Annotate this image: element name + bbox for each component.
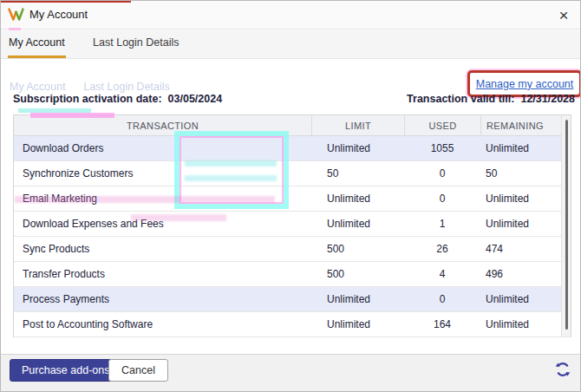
column-header[interactable]: USED [404,115,480,135]
table-scrollbar-track[interactable] [561,115,571,336]
cell-limit: Unlimited [311,287,404,311]
table-row: Process PaymentsUnlimited0Unlimited [14,287,571,312]
column-header[interactable]: REMAINING [480,115,561,135]
cell-limit: 50 [311,161,404,186]
cancel-button[interactable]: Cancel [108,359,168,382]
cell-used: 0 [404,287,480,311]
cell-remaining: 496 [480,262,561,286]
cell-transaction: Download Expenses and Fees [14,212,311,236]
footer-bar: Purchase add-ons Cancel [1,354,580,391]
close-icon[interactable]: × [552,4,575,27]
cell-limit: 500 [311,262,404,286]
cell-remaining: Unlimited [480,287,561,311]
table-row: Sync Products50026474 [14,237,571,262]
cell-limit: Unlimited [311,212,404,236]
table-row: Synchronize Customers50050 [14,161,571,186]
cell-limit: Unlimited [311,136,404,160]
cell-transaction: Process Payments [14,287,311,311]
cell-used: 1 [404,212,480,236]
table-row: Download OrdersUnlimited1055Unlimited [14,136,571,161]
cell-remaining: Unlimited [480,136,561,160]
cell-used: 0 [404,186,480,211]
cell-transaction: Transfer Products [14,262,311,286]
cell-used: 164 [404,312,480,336]
subscription-info-line: Subscription activation date: 03/05/2024… [13,93,575,105]
cell-transaction: Post to Accounting Software [14,312,311,336]
table-header-row: TRANSACTIONLIMITUSEDREMAINING [14,115,571,136]
my-account-dialog: My Account × My Account Last Login Detai… [0,0,581,392]
refresh-icon[interactable] [555,362,571,377]
column-header[interactable]: LIMIT [311,115,404,135]
cell-transaction: Download Orders [14,136,311,160]
purchase-addons-button[interactable]: Purchase add-ons [10,359,121,382]
cell-transaction: Sync Products [14,237,311,261]
cell-used: 1055 [404,136,480,160]
annotation-top-line [1,1,131,3]
tab-my-account[interactable]: My Account [8,30,66,58]
tab-last-login-details[interactable]: Last Login Details [92,30,180,58]
app-logo-icon [8,7,24,23]
title-bar: My Account × [1,1,580,29]
cell-limit: Unlimited [311,186,404,211]
cell-remaining: 474 [480,237,561,261]
table-scrollbar-thumb[interactable] [565,120,568,330]
window-title: My Account [29,1,88,29]
cell-used: 26 [404,237,480,261]
transactions-table: TRANSACTIONLIMITUSEDREMAINING Download O… [13,114,571,337]
ghost-tab-text-artifact: My Account Last Login Details [10,81,170,93]
cell-remaining: Unlimited [480,312,561,336]
cell-used: 4 [404,262,480,286]
cell-remaining: Unlimited [480,212,561,236]
table-row: Download Expenses and FeesUnlimited1Unli… [14,212,571,237]
cell-limit: Unlimited [311,312,404,336]
valid-till-value: 12/31/2028 [520,93,575,105]
cell-limit: 500 [311,237,404,261]
manage-my-account-link[interactable]: Manage my account [476,78,574,90]
cell-used: 0 [404,161,480,186]
table-row: Post to Accounting SoftwareUnlimited164U… [14,312,571,337]
teal-strip-artifact [18,108,91,113]
cell-transaction: Email Marketing [14,186,311,211]
column-header[interactable]: TRANSACTION [14,115,311,135]
valid-till-label: Transaction valid till: [407,93,514,105]
cell-remaining: Unlimited [480,186,561,211]
tab-bar: My Account Last Login Details [1,30,580,59]
cell-transaction: Synchronize Customers [14,161,311,186]
activation-date-label: Subscription activation date: [13,93,162,105]
table-body: Download OrdersUnlimited1055UnlimitedSyn… [14,136,571,337]
activation-date-value: 03/05/2024 [168,93,223,105]
table-row: Email MarketingUnlimited0Unlimited [14,186,571,212]
table-row: Transfer Products5004496 [14,262,571,287]
cell-remaining: 50 [480,161,561,186]
